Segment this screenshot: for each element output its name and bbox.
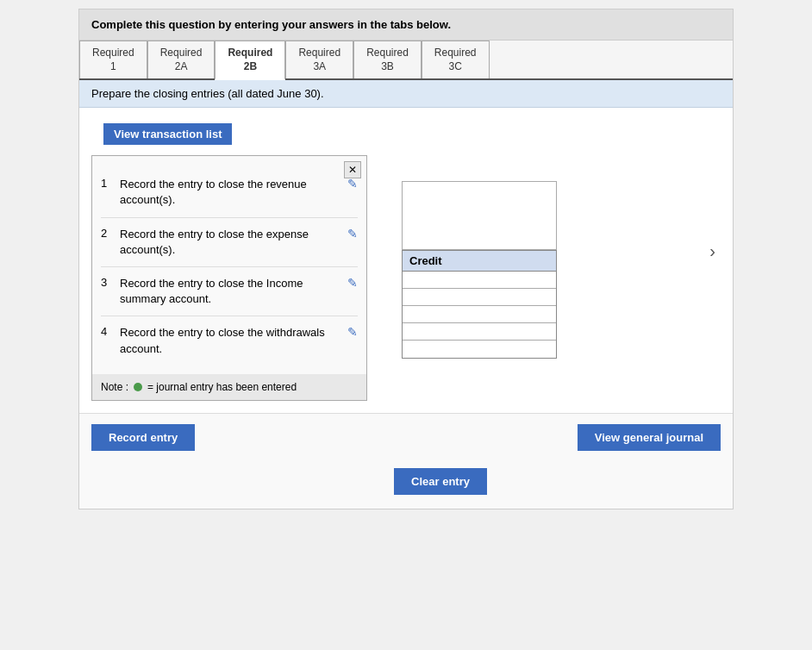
header-instruction: Complete this question by entering your …	[91, 18, 451, 31]
chevron-right-icon[interactable]: ›	[709, 241, 715, 261]
instruction-bar: Prepare the closing entries (all dated J…	[79, 80, 733, 108]
popup-close-button[interactable]: ✕	[344, 161, 361, 178]
entry-item-4: 4 Record the entry to close the withdraw…	[101, 316, 358, 365]
entry-item-3: 3 Record the entry to close the Income s…	[101, 267, 358, 316]
clear-entry-button[interactable]: Clear entry	[394, 468, 487, 495]
tab-required-3b[interactable]: Required3B	[353, 41, 422, 78]
credit-column-header: Credit	[409, 254, 442, 267]
main-content: ✕ 1 Record the entry to close the revenu…	[79, 155, 733, 413]
credit-input-4[interactable]	[403, 323, 556, 340]
entry-num-3: 3	[101, 276, 113, 289]
note-label: Note :	[101, 381, 128, 393]
green-dot-icon	[134, 383, 142, 391]
tab-required-2b[interactable]: Required2B	[215, 41, 285, 80]
entry-item-1: 1 Record the entry to close the revenue …	[101, 168, 358, 217]
tab-required-3a[interactable]: Required3A	[285, 41, 353, 78]
edit-icon-4[interactable]: ✎	[347, 325, 358, 339]
tab-required-2a[interactable]: Required2A	[147, 41, 215, 78]
tab-required-1[interactable]: Required1	[79, 41, 147, 78]
header-bar: Complete this question by entering your …	[79, 9, 733, 41]
view-general-journal-button[interactable]: View general journal	[578, 424, 721, 451]
note-bar: Note : = journal entry has been entered	[92, 374, 366, 400]
entry-text-4: Record the entry to close the withdrawal…	[120, 325, 340, 356]
close-icon: ✕	[348, 164, 357, 176]
edit-icon-1[interactable]: ✎	[347, 177, 358, 191]
note-text: = journal entry has been entered	[147, 381, 297, 393]
view-transaction-button[interactable]: View transaction list	[103, 123, 232, 145]
right-panel: › Credit	[367, 155, 721, 401]
buttons-row: Record entry View general journal	[79, 413, 733, 461]
tabs-row: Required1 Required2A Required2B Required…	[79, 41, 733, 80]
tab-required-3c[interactable]: Required3C	[422, 41, 490, 78]
credit-input-1[interactable]	[403, 272, 556, 288]
instruction-text: Prepare the closing entries (all dated J…	[91, 87, 324, 100]
edit-icon-2[interactable]: ✎	[347, 227, 358, 241]
record-entry-button[interactable]: Record entry	[91, 424, 195, 451]
credit-input-3[interactable]	[403, 306, 556, 322]
popup-panel: ✕ 1 Record the entry to close the revenu…	[91, 155, 367, 401]
credit-input-5[interactable]	[403, 341, 556, 357]
entry-item-2: 2 Record the entry to close the expense …	[101, 218, 358, 267]
entry-num-2: 2	[101, 227, 113, 240]
entry-text-3: Record the entry to close the Income sum…	[120, 276, 340, 307]
entry-list: 1 Record the entry to close the revenue …	[92, 156, 366, 374]
entry-text-1: Record the entry to close the revenue ac…	[120, 177, 340, 208]
entry-text-2: Record the entry to close the expense ac…	[120, 227, 340, 258]
credit-input-2[interactable]	[403, 289, 556, 305]
entry-num-4: 4	[101, 325, 113, 338]
entry-num-1: 1	[101, 177, 113, 190]
edit-icon-3[interactable]: ✎	[347, 276, 358, 290]
